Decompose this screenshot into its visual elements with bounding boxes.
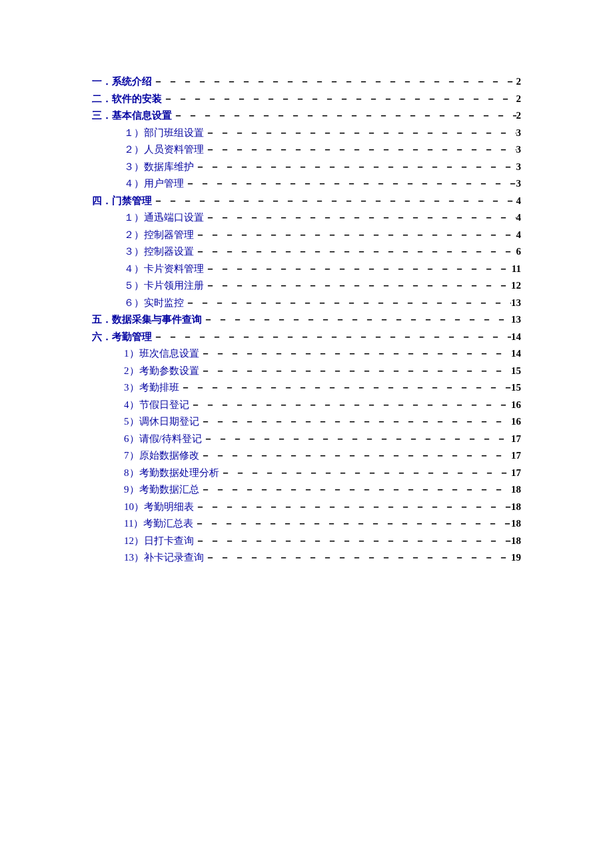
toc-entry[interactable]: 六．考勤管理－－－－－－－－－－－－－－－－－－－－－－－－－－－－－－－－－－… [92,329,521,346]
toc-entry[interactable]: １）部门班组设置－－－－－－－－－－－－－－－－－－－－－－－－－－－－－－－－… [92,125,521,142]
toc-entry-page: 4 [516,193,522,210]
toc-entry-prefix: ６） [124,295,144,312]
toc-entry[interactable]: 3）考勤排班－－－－－－－－－－－－－－－－－－－－－－－－－－－－－－－－－－… [92,379,521,397]
toc-entry-page: 19 [511,549,521,567]
toc-entry-leader: －－－－－－－－－－－－－－－－－－－－－－－－－－－－－－－－－－－－－－－－… [204,141,516,159]
toc-entry[interactable]: ２）人员资料管理－－－－－－－－－－－－－－－－－－－－－－－－－－－－－－－－… [92,141,521,159]
toc-entry-leader: －－－－－－－－－－－－－－－－－－－－－－－－－－－－－－－－－－－－－－－－… [152,329,511,346]
toc-entry-title: 控制器设置 [144,243,194,261]
toc-entry-title: 基本信息设置 [112,107,172,125]
toc-entry[interactable]: 三．基本信息设置－－－－－－－－－－－－－－－－－－－－－－－－－－－－－－－－… [92,107,521,125]
toc-entry[interactable]: 4）节假日登记－－－－－－－－－－－－－－－－－－－－－－－－－－－－－－－－－… [92,397,521,414]
toc-entry-title: 部门班组设置 [144,125,204,142]
toc-entry-leader: －－－－－－－－－－－－－－－－－－－－－－－－－－－－－－－－－－－－－－－－… [204,549,511,567]
toc-entry-page: 3 [516,141,522,159]
toc-entry[interactable]: 13）补卡记录查询 －－－－－－－－－－－－－－－－－－－－－－－－－－－－－－… [92,549,521,567]
toc-entry-leader: －－－－－－－－－－－－－－－－－－－－－－－－－－－－－－－－－－－－－－－－… [204,261,512,278]
toc-entry-title: 日打卡查询 [144,533,194,550]
toc-entry-title: 补卡记录查询 [144,549,204,567]
toc-entry-title: 用户管理 [144,175,184,193]
toc-entry-leader: －－－－－－－－－－－－－－－－－－－－－－－－－－－－－－－－－－－－－－－－… [199,345,512,363]
toc-entry-leader: －－－－－－－－－－－－－－－－－－－－－－－－－－－－－－－－－－－－－－－－… [199,481,512,499]
toc-entry-page: 11 [512,261,521,278]
toc-entry-leader: －－－－－－－－－－－－－－－－－－－－－－－－－－－－－－－－－－－－－－－－… [194,499,511,516]
toc-entry-page: 2 [516,91,522,108]
toc-entry-leader: －－－－－－－－－－－－－－－－－－－－－－－－－－－－－－－－－－－－－－－－… [202,311,511,329]
toc-entry-title: 调休日期登记 [139,413,199,431]
toc-entry-prefix: 9） [124,481,139,499]
toc-entry-leader: －－－－－－－－－－－－－－－－－－－－－－－－－－－－－－－－－－－－－－－－… [184,295,511,312]
toc-entry-page: 15 [511,363,521,380]
toc-entry[interactable]: ４）用户管理－－－－－－－－－－－－－－－－－－－－－－－－－－－－－－－－－－… [92,175,521,193]
toc-entry-title: 考勤管理 [112,329,152,346]
toc-entry-prefix: １） [124,209,144,227]
toc-entry-prefix: 4） [124,397,139,414]
toc-entry-prefix: 3） [124,379,139,397]
toc-entry[interactable]: 五．数据采集与事件查询－－－－－－－－－－－－－－－－－－－－－－－－－－－－－… [92,311,521,329]
toc-entry[interactable]: 11）考勤汇总表 －－－－－－－－－－－－－－－－－－－－－－－－－－－－－－－… [92,515,521,533]
toc-entry[interactable]: 一．系统介绍－－－－－－－－－－－－－－－－－－－－－－－－－－－－－－－－－－… [92,73,521,91]
toc-entry[interactable]: 5）调休日期登记－－－－－－－－－－－－－－－－－－－－－－－－－－－－－－－－… [92,413,521,431]
toc-entry-leader: －－－－－－－－－－－－－－－－－－－－－－－－－－－－－－－－－－－－－－－－… [193,515,511,533]
toc-entry-prefix: ４） [124,261,144,278]
toc-entry-page: 18 [511,533,521,550]
toc-entry-title: 数据库维护 [144,159,194,176]
toc-entry[interactable]: ４）卡片资料管理－－－－－－－－－－－－－－－－－－－－－－－－－－－－－－－－… [92,261,521,278]
toc-entry-leader: －－－－－－－－－－－－－－－－－－－－－－－－－－－－－－－－－－－－－－－－… [189,397,512,414]
toc-entry-title: 门禁管理 [112,193,152,210]
toc-entry[interactable]: ３）控制器设置－－－－－－－－－－－－－－－－－－－－－－－－－－－－－－－－－… [92,243,521,261]
toc-entry-page: 18 [511,499,521,516]
toc-entry[interactable]: ５）卡片领用注册－－－－－－－－－－－－－－－－－－－－－－－－－－－－－－－－… [92,277,521,295]
toc-entry-prefix: ３） [124,159,144,176]
toc-entry-prefix: １） [124,125,144,142]
toc-entry-page: 6 [516,243,522,261]
toc-entry-page: 14 [511,345,521,363]
toc-entry-prefix: 五． [92,311,112,329]
toc-entry-leader: －－－－－－－－－－－－－－－－－－－－－－－－－－－－－－－－－－－－－－－－… [204,277,511,295]
toc-entry-page: 17 [511,447,521,465]
toc-entry-prefix: 一． [92,73,112,91]
toc-entry[interactable]: 12）日打卡查询 －－－－－－－－－－－－－－－－－－－－－－－－－－－－－－－… [92,533,521,550]
toc-entry-page: 14 [511,329,521,346]
toc-entry-leader: －－－－－－－－－－－－－－－－－－－－－－－－－－－－－－－－－－－－－－－－… [199,447,512,465]
toc-entry-page: 18 [511,481,521,499]
toc-entry[interactable]: 7）原始数据修改－－－－－－－－－－－－－－－－－－－－－－－－－－－－－－－－… [92,447,521,465]
toc-entry-prefix: ２） [124,227,144,244]
toc-entry-leader: －－－－－－－－－－－－－－－－－－－－－－－－－－－－－－－－－－－－－－－－… [202,431,511,448]
toc-entry-leader: －－－－－－－－－－－－－－－－－－－－－－－－－－－－－－－－－－－－－－－－… [194,227,516,244]
toc-entry-prefix: 12） [124,533,144,550]
toc-entry-prefix: ３） [124,243,144,261]
toc-entry[interactable]: ２）控制器管理－－－－－－－－－－－－－－－－－－－－－－－－－－－－－－－－－… [92,227,521,244]
toc-entry[interactable]: １）通迅端口设置－－－－－－－－－－－－－－－－－－－－－－－－－－－－－－－－… [92,209,521,227]
toc-entry-title: 考勤数据处理分析 [139,465,219,482]
toc-entry[interactable]: 二．软件的安装－－－－－－－－－－－－－－－－－－－－－－－－－－－－－－－－－… [92,91,521,108]
toc-entry[interactable]: 8）考勤数据处理分析－－－－－－－－－－－－－－－－－－－－－－－－－－－－－－… [92,465,521,482]
toc-entry-leader: －－－－－－－－－－－－－－－－－－－－－－－－－－－－－－－－－－－－－－－－… [184,175,516,193]
toc-entry[interactable]: ３）数据库维护－－－－－－－－－－－－－－－－－－－－－－－－－－－－－－－－－… [92,159,521,176]
toc-entry-page: 13 [511,295,521,312]
toc-entry[interactable]: 1）班次信息设置－－－－－－－－－－－－－－－－－－－－－－－－－－－－－－－－… [92,345,521,363]
toc-entry-title: 人员资料管理 [144,141,204,159]
toc-list: 一．系统介绍－－－－－－－－－－－－－－－－－－－－－－－－－－－－－－－－－－… [92,73,521,567]
toc-entry[interactable]: 6）请假/待料登记 －－－－－－－－－－－－－－－－－－－－－－－－－－－－－－… [92,431,521,448]
toc-entry[interactable]: 四．门禁管理－－－－－－－－－－－－－－－－－－－－－－－－－－－－－－－－－－… [92,193,521,210]
toc-entry[interactable]: 9）考勤数据汇总－－－－－－－－－－－－－－－－－－－－－－－－－－－－－－－－… [92,481,521,499]
toc-entry[interactable]: 2）考勤参数设置－－－－－－－－－－－－－－－－－－－－－－－－－－－－－－－－… [92,363,521,380]
toc-entry-page: 2 [516,73,522,91]
toc-entry-title: 系统介绍 [112,73,152,91]
toc-entry-prefix: 2） [124,363,139,380]
toc-entry-prefix: 8） [124,465,139,482]
toc-entry-title: 请假/待料登记 [139,431,202,448]
toc-entry-page: 15 [511,379,521,397]
toc-entry-page: 13 [511,311,521,329]
toc-entry[interactable]: 10）考勤明细表 －－－－－－－－－－－－－－－－－－－－－－－－－－－－－－－… [92,499,521,516]
toc-entry-prefix: 三． [92,107,112,125]
toc-entry-leader: －－－－－－－－－－－－－－－－－－－－－－－－－－－－－－－－－－－－－－－－… [219,465,512,482]
toc-entry-page: 3 [516,175,522,193]
toc-entry[interactable]: ６）实时监控－－－－－－－－－－－－－－－－－－－－－－－－－－－－－－－－－－… [92,295,521,312]
toc-entry-page: 17 [511,465,521,482]
toc-entry-leader: －－－－－－－－－－－－－－－－－－－－－－－－－－－－－－－－－－－－－－－－… [172,107,516,125]
toc-entry-prefix: 5） [124,413,139,431]
toc-entry-title: 卡片资料管理 [144,261,204,278]
toc-entry-prefix: 四． [92,193,112,210]
